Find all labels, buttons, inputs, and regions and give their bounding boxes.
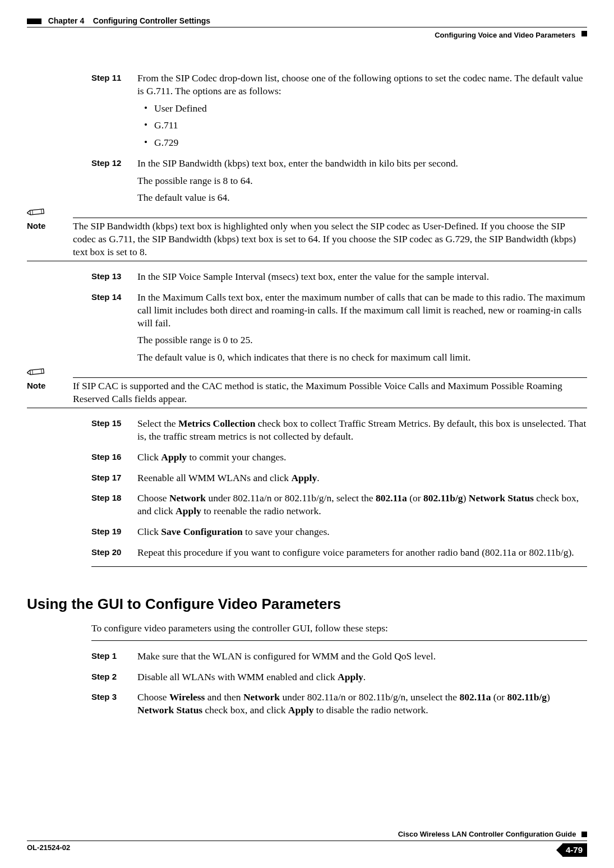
note-body: The SIP Bandwidth (kbps) text box is hig… [73, 220, 587, 258]
step-label: Step 18 [91, 492, 137, 522]
page-arrow-icon [556, 844, 562, 856]
step-text: Choose Wireless and then Network under 8… [137, 691, 587, 717]
step-body: Choose Wireless and then Network under 8… [137, 691, 587, 721]
step-label: Step 16 [91, 451, 137, 468]
svg-line-1 [30, 210, 31, 215]
step-row: Step 3Choose Wireless and then Network u… [91, 691, 587, 721]
step-label: Step 14 [91, 291, 137, 368]
step-text: In the Maximum Calls text box, enter the… [137, 291, 587, 329]
page-number: 4-79 [562, 843, 587, 857]
step-body: In the SIP Voice Sample Interval (msecs)… [137, 270, 587, 288]
note-block-2: Note If SIP CAC is supported and the CAC… [27, 377, 587, 409]
step-row: Step 11From the SIP Codec drop-down list… [91, 72, 587, 154]
page-header: Chapter 4 Configuring Controller Setting… [27, 16, 587, 26]
step-row: Step 16Click Apply to commit your change… [91, 451, 587, 468]
step-row: Step 14In the Maximum Calls text box, en… [91, 291, 587, 368]
footer-marker-icon [581, 832, 587, 837]
note-rule-bottom [27, 408, 587, 408]
section-heading: Using the GUI to Configure Video Paramet… [27, 595, 587, 614]
page-number-badge: 4-79 [556, 843, 587, 857]
step-row: Step 18Choose Network under 802.11a/n or… [91, 492, 587, 522]
step-text: The possible range is 8 to 64. [137, 174, 587, 187]
step-label: Step 13 [91, 270, 137, 288]
step-text: Repeat this procedure if you want to con… [137, 546, 587, 559]
chapter-number: Chapter 4 [48, 16, 85, 25]
note-body: If SIP CAC is supported and the CAC meth… [73, 380, 587, 405]
step-body: Click Save Configuration to save your ch… [137, 525, 587, 543]
steps-group-b: Step 13In the SIP Voice Sample Interval … [91, 270, 587, 368]
step-text: The default value is 0, which indicates … [137, 351, 587, 364]
step-text: Make sure that the WLAN is configured fo… [137, 650, 587, 663]
step-text: In the SIP Bandwidth (kbps) text box, en… [137, 157, 587, 170]
note-text: If SIP CAC is supported and the CAC meth… [73, 380, 587, 405]
note-rule-top [73, 377, 587, 378]
svg-line-6 [33, 370, 33, 375]
step-body: Choose Network under 802.11a/n or 802.11… [137, 492, 587, 522]
note-rule-top [73, 218, 587, 218]
step-body: Reenable all WMM WLANs and click Apply. [137, 472, 587, 489]
note-text: The SIP Bandwidth (kbps) text box is hig… [73, 220, 587, 258]
step-label: Step 17 [91, 472, 137, 489]
page-footer: Cisco Wireless LAN Controller Configurat… [27, 830, 587, 857]
header-right-marker-icon [581, 31, 587, 36]
step-row: Step 1Make sure that the WLAN is configu… [91, 650, 587, 667]
note-label: Note [27, 380, 73, 405]
step-body: In the Maximum Calls text box, enter the… [137, 291, 587, 368]
step-label: Step 20 [91, 546, 137, 564]
step-body: Click Apply to commit your changes. [137, 451, 587, 468]
step-body: Make sure that the WLAN is configured fo… [137, 650, 587, 667]
step-text: From the SIP Codec drop-down list, choos… [137, 72, 587, 98]
step-row: Step 12In the SIP Bandwidth (kbps) text … [91, 157, 587, 209]
step-text: Reenable all WMM WLANs and click Apply. [137, 472, 587, 484]
section-title: Configuring Voice and Video Parameters [435, 31, 575, 40]
steps-group-a: Step 11From the SIP Codec drop-down list… [91, 72, 587, 209]
svg-line-5 [30, 370, 31, 375]
pencil-icon [26, 205, 47, 218]
chapter-title: Configuring Controller Settings [93, 16, 210, 25]
footer-guide-title: Cisco Wireless LAN Controller Configurat… [398, 830, 576, 838]
footer-rule [27, 841, 587, 841]
header-marker-icon [27, 19, 41, 24]
step-body: Select the Metrics Collection check box … [137, 417, 587, 447]
steps-end-rule [91, 566, 587, 567]
bullet-item: G.729 [137, 136, 587, 149]
step-label: Step 12 [91, 157, 137, 209]
step-body: Disable all WLANs with WMM enabled and c… [137, 671, 587, 688]
step-text: Click Apply to commit your changes. [137, 451, 587, 464]
note-label: Note [27, 220, 73, 258]
intro-text: To configure video parameters using the … [91, 622, 587, 635]
step-text: Disable all WLANs with WMM enabled and c… [137, 671, 587, 684]
step-text: Click Save Configuration to save your ch… [137, 525, 587, 538]
note-label-text: Note [27, 381, 45, 390]
steps-group-c: Step 15Select the Metrics Collection che… [91, 417, 587, 563]
step-text: The possible range is 0 to 25. [137, 334, 587, 347]
step-body: From the SIP Codec drop-down list, choos… [137, 72, 587, 154]
step-label: Step 3 [91, 691, 137, 721]
svg-line-7 [41, 369, 42, 373]
footer-doc-id: OL-21524-02 [27, 843, 70, 853]
step-label: Step 11 [91, 72, 137, 154]
step-text: The default value is 64. [137, 191, 587, 204]
bullet-list: User DefinedG.711G.729 [137, 102, 587, 149]
header-rule [27, 27, 587, 27]
step-label: Step 19 [91, 525, 137, 543]
note-rule-bottom [27, 261, 587, 261]
step-text: Choose Network under 802.11a/n or 802.11… [137, 492, 587, 518]
note-label-text: Note [27, 221, 45, 230]
step-body: In the SIP Bandwidth (kbps) text box, en… [137, 157, 587, 209]
step-text: In the SIP Voice Sample Interval (msecs)… [137, 270, 587, 283]
svg-line-3 [41, 209, 42, 214]
note-block-1: Note The SIP Bandwidth (kbps) text box i… [27, 218, 587, 261]
step-row: Step 17Reenable all WMM WLANs and click … [91, 472, 587, 489]
step-row: Step 20Repeat this procedure if you want… [91, 546, 587, 564]
pencil-icon [26, 365, 47, 378]
intro-rule [91, 640, 587, 641]
step-body: Repeat this procedure if you want to con… [137, 546, 587, 564]
step-row: Step 15Select the Metrics Collection che… [91, 417, 587, 447]
step-text: Select the Metrics Collection check box … [137, 417, 587, 443]
step-row: Step 13In the SIP Voice Sample Interval … [91, 270, 587, 288]
steps-group-d: Step 1Make sure that the WLAN is configu… [91, 650, 587, 721]
chapter-label: Chapter 4 Configuring Controller Setting… [27, 16, 210, 26]
bullet-item: G.711 [137, 119, 587, 132]
step-row: Step 19Click Save Configuration to save … [91, 525, 587, 543]
